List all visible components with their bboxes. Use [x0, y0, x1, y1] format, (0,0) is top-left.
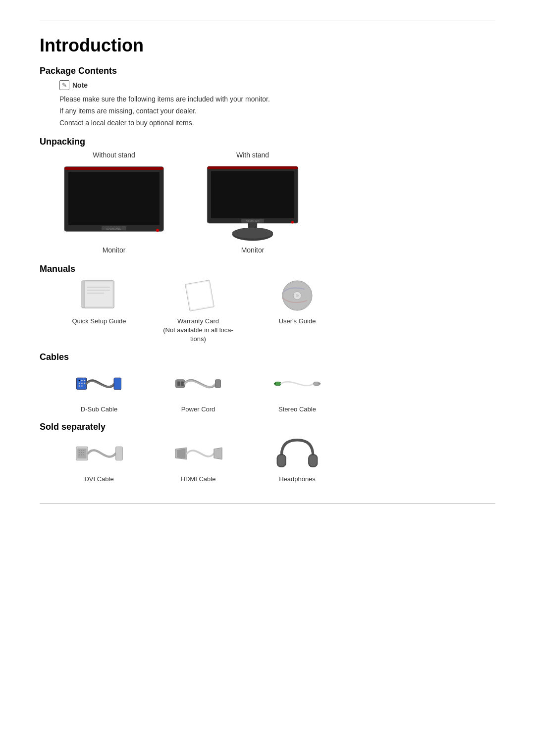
unpacking-heading: Unpacking — [40, 137, 495, 147]
page-container: Introduction Package Contents ✎ Note Ple… — [0, 0, 535, 524]
svg-marker-60 — [214, 448, 222, 459]
svg-point-33 — [81, 382, 83, 384]
svg-point-34 — [84, 382, 86, 384]
users-guide-image — [272, 278, 322, 313]
svg-point-31 — [84, 380, 86, 381]
svg-rect-37 — [114, 378, 121, 390]
svg-rect-45 — [319, 383, 321, 385]
svg-point-55 — [81, 454, 82, 455]
monitor-with-stand: With stand SAMSUNG Monitor — [198, 151, 307, 254]
note-line-1: Please make sure the following items are… — [59, 95, 495, 103]
sold-separately-section: Sold separately — [40, 422, 495, 484]
dvi-cable-caption: DVI Cable — [84, 475, 113, 484]
svg-point-50 — [83, 450, 84, 451]
headphones-caption: Headphones — [279, 475, 316, 484]
power-cord-caption: Power Cord — [181, 405, 215, 414]
quick-setup-guide-image — [74, 278, 124, 313]
svg-point-51 — [79, 452, 80, 453]
svg-point-54 — [79, 454, 80, 455]
svg-rect-47 — [77, 449, 86, 458]
dsub-cable-item: D-Sub Cable — [59, 366, 139, 414]
warranty-card-caption: Warranty Card(Not available in all loca-… — [163, 317, 233, 344]
svg-rect-63 — [278, 455, 285, 466]
svg-point-27 — [296, 294, 299, 297]
manuals-section: Manuals Quick Setup Guide — [40, 264, 495, 344]
users-guide-caption: User's Guide — [279, 317, 316, 326]
cables-heading: Cables — [40, 352, 495, 362]
svg-point-35 — [79, 385, 80, 387]
warranty-card-image — [173, 278, 223, 313]
note-label: Note — [72, 81, 88, 89]
svg-point-5 — [156, 229, 159, 232]
manuals-items-row: Quick Setup Guide Warranty Card(Not avai… — [59, 278, 495, 344]
svg-marker-59 — [177, 449, 185, 458]
power-cord-image — [173, 366, 223, 401]
dsub-cable-caption: D-Sub Cable — [81, 405, 117, 414]
svg-rect-43 — [274, 383, 276, 385]
svg-rect-64 — [310, 455, 317, 466]
svg-point-49 — [81, 450, 82, 451]
svg-rect-17 — [85, 282, 112, 306]
svg-rect-2 — [68, 172, 160, 225]
svg-point-32 — [79, 382, 80, 384]
svg-point-36 — [81, 385, 83, 387]
sold-separately-heading: Sold separately — [40, 422, 495, 432]
svg-point-53 — [83, 452, 84, 453]
manuals-heading: Manuals — [40, 264, 495, 274]
svg-rect-41 — [215, 379, 221, 387]
warranty-card-item: Warranty Card(Not available in all loca-… — [159, 278, 238, 344]
dvi-cable-item: DVI Cable — [59, 436, 139, 484]
note-row: ✎ Note — [59, 80, 495, 90]
monitor-without-stand-image: SAMSUNG — [59, 163, 168, 242]
cables-items-row: D-Sub Cable Po — [59, 366, 495, 414]
svg-text:SAMSUNG: SAMSUNG — [246, 220, 260, 223]
svg-rect-7 — [208, 166, 298, 169]
monitor-without-stand-caption: Monitor — [103, 246, 126, 254]
svg-point-11 — [291, 221, 294, 223]
svg-point-52 — [81, 452, 82, 453]
monitor-with-stand-image: SAMSUNG — [198, 163, 307, 242]
sold-separately-items-row: DVI Cable HDMI Cable — [59, 436, 495, 484]
monitor-row: Without stand SAMSUNG Monitor With stand — [59, 151, 495, 254]
bottom-divider — [40, 504, 495, 504]
note-icon: ✎ — [59, 80, 69, 90]
hdmi-cable-image — [173, 436, 223, 471]
dsub-cable-image — [74, 366, 124, 401]
svg-point-29 — [79, 380, 80, 381]
page-title: Introduction — [40, 35, 495, 56]
svg-rect-1 — [64, 167, 163, 170]
svg-point-30 — [81, 380, 83, 381]
hdmi-cable-item: HDMI Cable — [159, 436, 238, 484]
stereo-cable-image — [272, 366, 322, 401]
svg-text:SAMSUNG: SAMSUNG — [107, 227, 122, 230]
svg-rect-8 — [211, 171, 294, 218]
svg-point-48 — [79, 450, 80, 451]
headphones-item: Headphones — [258, 436, 337, 484]
note-line-2: If any items are missing, contact your d… — [59, 107, 495, 115]
hdmi-cable-caption: HDMI Cable — [181, 475, 216, 484]
package-contents-heading: Package Contents — [40, 66, 495, 76]
monitor-with-stand-caption: Monitor — [241, 246, 265, 254]
top-divider — [40, 20, 495, 20]
users-guide-item: User's Guide — [258, 278, 337, 326]
stereo-cable-caption: Stereo Cable — [278, 405, 316, 414]
headphones-image — [272, 436, 322, 471]
cables-section: Cables — [40, 352, 495, 414]
note-line-3: Contact a local dealer to buy optional i… — [59, 119, 495, 127]
stereo-cable-item: Stereo Cable — [258, 366, 337, 414]
monitor-without-stand: Without stand SAMSUNG Monitor — [59, 151, 168, 254]
svg-rect-57 — [116, 447, 123, 460]
monitor-with-stand-label: With stand — [236, 151, 269, 159]
svg-rect-22 — [186, 281, 213, 310]
svg-rect-39 — [177, 381, 180, 386]
quick-setup-guide-caption: Quick Setup Guide — [72, 317, 126, 326]
dvi-cable-image — [74, 436, 124, 471]
monitor-without-stand-label: Without stand — [93, 151, 135, 159]
svg-rect-40 — [181, 381, 183, 386]
svg-point-56 — [83, 454, 84, 455]
quick-setup-guide-item: Quick Setup Guide — [59, 278, 139, 326]
power-cord-item: Power Cord — [159, 366, 238, 414]
svg-point-14 — [232, 228, 273, 239]
